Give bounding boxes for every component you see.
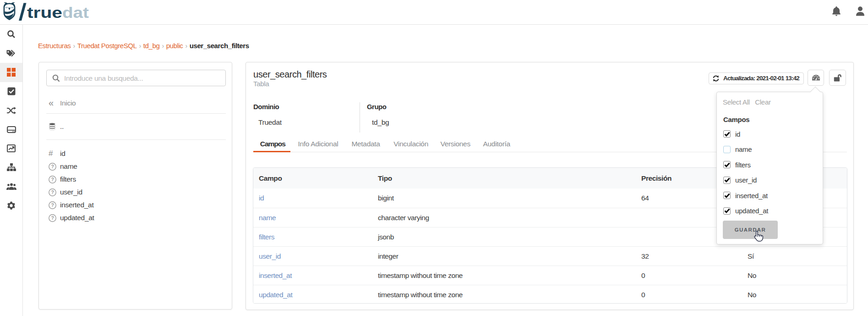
svg-text:?: ? bbox=[51, 189, 54, 195]
svg-text:?: ? bbox=[51, 177, 54, 182]
svg-text:true: true bbox=[27, 4, 62, 21]
svg-text:?: ? bbox=[51, 202, 54, 208]
svg-text:?: ? bbox=[51, 164, 54, 169]
svg-text:?: ? bbox=[51, 215, 54, 221]
svg-text:dat: dat bbox=[62, 4, 89, 21]
